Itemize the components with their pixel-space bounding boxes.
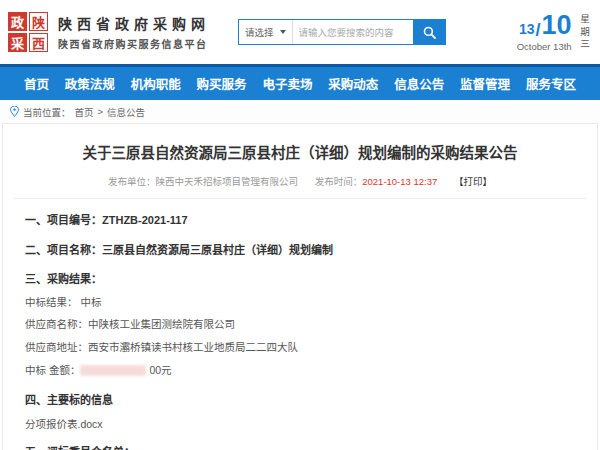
nav-item-announcements[interactable]: 信息公告	[394, 74, 444, 93]
date-separator: /	[536, 21, 541, 39]
main-nav: 首页 政策法规 机构职能 购买服务 电子卖场 采购动态 信息公告 监督管理 服务…	[0, 64, 600, 100]
section-project-number: 一、项目编号：ZTHZB-2021-117	[25, 212, 575, 229]
site-logo: 政 陕 采 西	[8, 12, 48, 52]
nav-item-purchase-services[interactable]: 购买服务	[197, 74, 247, 93]
search-category-select[interactable]: 请选择	[239, 20, 293, 44]
attachment-file-link[interactable]: 分项报价表.docx	[25, 416, 575, 431]
site-header: 政 陕 采 西 陕西省政府采购网 陕西省政府购买服务信息平台 请选择 13 / …	[0, 0, 600, 64]
publisher-name: 陕西中天禾招标项目管理有限公司	[156, 176, 299, 187]
chevron-down-icon	[280, 30, 286, 34]
section-main-subject-info: 四、主要标的信息	[25, 392, 575, 409]
search-button[interactable]	[413, 20, 445, 44]
announcement-card: 关于三原县自然资源局三原县村庄（详细）规划编制的采购结果公告 发布单位：陕西中天…	[2, 123, 598, 450]
supplier-label: 供应商名称：	[25, 318, 88, 330]
breadcrumb-current[interactable]: 信息公告	[107, 105, 145, 119]
project-number-value: ZTHZB-2021-117	[102, 214, 188, 226]
publisher-label: 发布单位：	[108, 176, 156, 187]
publish-time: 2021-10-13 12:37	[362, 176, 437, 187]
nav-item-policies[interactable]: 政策法规	[65, 74, 115, 93]
date-english: October 13th	[517, 41, 572, 52]
project-name-value: 三原县自然资源局三原县村庄（详细）规划编制	[102, 244, 333, 256]
result-label: 中标结果：	[25, 296, 78, 308]
result-value: 中标	[80, 296, 101, 308]
address-label: 供应商地址：	[25, 341, 88, 353]
article-meta: 发布单位：陕西中天禾招标项目管理有限公司 发布时间：2021-10-13 12:…	[25, 174, 575, 188]
breadcrumb-label: 当前位置：	[23, 105, 71, 119]
site-title: 陕西省政府采购网	[58, 13, 210, 33]
section-project-name: 二、项目名称：三原县自然资源局三原县村庄（详细）规划编制	[25, 242, 575, 259]
award-amount-line: 中标 金额：00元	[25, 363, 575, 379]
amount-suffix: 00元	[149, 364, 171, 376]
project-name-label: 二、项目名称：	[25, 244, 102, 256]
section-procurement-result: 三、采购结果：	[25, 271, 575, 288]
breadcrumb-separator: >	[98, 106, 104, 117]
search-select-label: 请选择	[245, 25, 274, 39]
date-day: 13	[519, 22, 535, 39]
address-value: 西安市灞桥镇读书村核工业地质局二二四大队	[88, 341, 298, 353]
nav-item-home[interactable]: 首页	[24, 74, 49, 93]
logo-tile: 政	[8, 12, 27, 31]
search-icon	[423, 26, 436, 39]
divider	[13, 198, 587, 199]
amount-label: 中标 金额：	[25, 364, 80, 376]
project-number-label: 一、项目编号：	[25, 214, 102, 226]
logo-tile: 西	[29, 33, 48, 52]
result-line: 中标结果： 中标	[25, 295, 575, 311]
date-weekday: 星期三	[579, 12, 590, 52]
publish-time-label: 发布时间：	[315, 176, 363, 187]
breadcrumb: 当前位置： 首页 > 信息公告	[0, 100, 600, 123]
date-widget: 13 / 10 October 13th 星期三	[517, 12, 590, 52]
nav-item-procurement-news[interactable]: 采购动态	[328, 74, 378, 93]
site-subtitle: 陕西省政府购买服务信息平台	[58, 36, 210, 51]
supplier-address-line: 供应商地址：西安市灞桥镇读书村核工业地质局二二四大队	[25, 340, 575, 356]
section-evaluation-committee: 五、评标委员会名单：	[25, 444, 575, 450]
site-titles: 陕西省政府采购网 陕西省政府购买服务信息平台	[58, 13, 210, 51]
nav-item-supervision[interactable]: 监督管理	[460, 74, 510, 93]
logo-tile: 采	[8, 33, 27, 52]
supplier-value: 中陕核工业集团测绘院有限公司	[88, 318, 235, 330]
date-month: 10	[542, 12, 572, 39]
nav-item-service-zone[interactable]: 服务专区	[526, 74, 576, 93]
amount-redacted-blur	[80, 365, 146, 376]
search-input[interactable]	[293, 20, 413, 44]
supplier-line: 供应商名称：中陕核工业集团测绘院有限公司	[25, 317, 575, 333]
page-title: 关于三原县自然资源局三原县村庄（详细）规划编制的采购结果公告	[25, 124, 575, 162]
logo-tile: 陕	[29, 12, 48, 31]
location-pin-icon	[10, 106, 19, 117]
search-bar: 请选择	[238, 19, 446, 45]
nav-item-functions[interactable]: 机构职能	[131, 74, 181, 93]
nav-item-e-marketplace[interactable]: 电子卖场	[262, 74, 312, 93]
breadcrumb-home-link[interactable]: 首页	[75, 105, 94, 119]
print-button[interactable]: 【打印】	[454, 176, 492, 187]
